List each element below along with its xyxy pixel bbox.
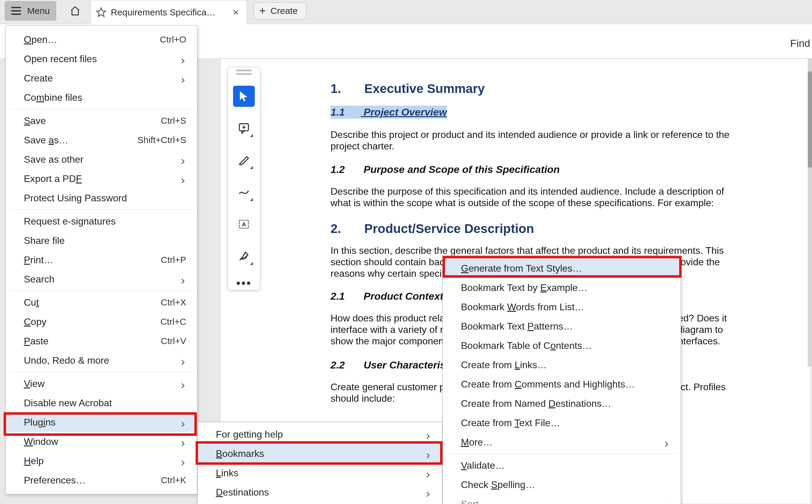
close-tab-button[interactable]: ×: [230, 6, 242, 18]
text-box-icon: A: [238, 218, 250, 230]
heading-1-2: 1.2 Purpose and Scope of this Specificat…: [331, 164, 560, 175]
chevron-right-icon: [180, 438, 186, 445]
add-text-tool[interactable]: A: [233, 214, 255, 235]
sign-tool[interactable]: [233, 246, 255, 267]
bm-by-example[interactable]: Bookmark Text by Example…: [443, 278, 681, 297]
menu-share[interactable]: Share file: [6, 231, 197, 250]
home-button[interactable]: [63, 1, 87, 21]
find-label[interactable]: Find: [790, 37, 810, 49]
menu-open[interactable]: Open… Ctrl+O: [6, 30, 197, 49]
tab-title: Requirements Specifica…: [111, 7, 230, 18]
menu-button[interactable]: Menu: [5, 1, 56, 21]
menu-protect[interactable]: Protect Using Password: [6, 188, 197, 208]
menu-create[interactable]: Create: [6, 69, 197, 88]
svg-marker-0: [97, 8, 106, 17]
menu-esign[interactable]: Request e-signatures: [6, 212, 197, 231]
chevron-right-icon: [180, 419, 186, 426]
close-icon: ×: [233, 6, 239, 18]
main-menu: Open… Ctrl+O Open recent files Create Co…: [5, 25, 197, 494]
bm-spelling[interactable]: Check Spelling…: [443, 475, 681, 494]
bm-words-list[interactable]: Bookmark Words from List…: [443, 297, 681, 317]
menu-copy[interactable]: Copy Ctrl+C: [6, 312, 197, 331]
menu-print[interactable]: Print… Ctrl+P: [6, 250, 197, 270]
menu-plugins[interactable]: Plugins: [6, 413, 197, 432]
chevron-right-icon: [180, 276, 186, 282]
chevron-right-icon: [425, 489, 431, 496]
bm-text-patterns[interactable]: Bookmark Text Patterns…: [443, 317, 681, 336]
menu-window[interactable]: Window: [6, 432, 197, 451]
plugins-destinations[interactable]: Destinations: [198, 483, 442, 502]
bm-validate[interactable]: Validate…: [443, 456, 681, 475]
vertical-scrollbar[interactable]: [808, 59, 812, 366]
chevron-right-icon: [180, 175, 186, 182]
menu-disable-new[interactable]: Disable new Acrobat: [6, 393, 197, 413]
svg-marker-1: [240, 91, 248, 101]
menu-search[interactable]: Search: [6, 270, 197, 289]
menu-save[interactable]: Save Ctrl+S: [6, 111, 197, 130]
menu-paste[interactable]: Paste Ctrl+V: [6, 331, 197, 351]
more-tools-button[interactable]: •••: [236, 276, 251, 290]
chevron-right-icon: [425, 431, 431, 438]
menu-button-label: Menu: [27, 6, 50, 16]
create-tab-button[interactable]: + Create: [254, 2, 306, 19]
titlebar: Menu Requirements Specifica… × + Create: [0, 0, 812, 24]
paragraph: Describe the purpose of this specificati…: [331, 186, 735, 209]
chevron-right-icon: [180, 380, 186, 387]
menu-save-as[interactable]: Save as… Shift+Ctrl+S: [6, 130, 197, 150]
menu-view[interactable]: View: [6, 374, 197, 393]
document-tab[interactable]: Requirements Specifica… ×: [91, 0, 247, 24]
chevron-right-icon: [425, 450, 431, 457]
chevron-right-icon: [180, 75, 186, 81]
scrollbar-thumb[interactable]: [808, 71, 812, 168]
bm-toc[interactable]: Bookmark Table of Contents…: [443, 336, 681, 355]
menu-help[interactable]: Help: [6, 451, 197, 471]
chevron-right-icon: [663, 439, 670, 445]
bm-more[interactable]: More…: [443, 432, 681, 452]
home-icon: [70, 5, 81, 16]
comment-add-icon: [238, 122, 250, 134]
chevron-right-icon: [180, 357, 186, 364]
heading-1: 1. Executive Summary: [331, 81, 485, 96]
select-tool[interactable]: [233, 86, 255, 107]
marker-icon: [238, 154, 250, 166]
plugins-submenu: For getting help Bookmarks Links Destina…: [197, 422, 443, 504]
chevron-right-icon: [180, 156, 186, 163]
menu-save-other[interactable]: Save as other: [6, 150, 197, 169]
hamburger-icon: [11, 7, 21, 15]
heading-2: 2. Product/Service Description: [331, 222, 534, 236]
menu-preferences[interactable]: Preferences… Ctrl+K: [6, 471, 197, 490]
add-comment-tool[interactable]: [233, 118, 255, 139]
bm-from-links[interactable]: Create from Links…: [443, 355, 681, 375]
plugins-help[interactable]: For getting help: [198, 425, 442, 444]
bm-generate[interactable]: Generate from Text Styles…: [443, 259, 681, 278]
paragraph: Describe this project or product and its…: [331, 129, 735, 152]
chevron-right-icon: [180, 458, 186, 464]
chevron-right-icon: [180, 56, 186, 62]
highlight-tool[interactable]: [233, 150, 255, 171]
draw-tool[interactable]: [233, 182, 255, 203]
bm-from-textfile[interactable]: Create from Text File…: [443, 413, 681, 432]
chevron-right-icon: [425, 470, 431, 476]
create-label: Create: [270, 6, 298, 16]
menu-open-recent[interactable]: Open recent files: [6, 49, 197, 69]
plugins-bookmarks[interactable]: Bookmarks: [198, 444, 442, 463]
heading-1-1-selected[interactable]: 1.1 Project Overview: [331, 106, 447, 119]
menu-cut[interactable]: Cut Ctrl+X: [6, 293, 197, 312]
cursor-icon: [238, 90, 250, 102]
menu-undo[interactable]: Undo, Redo & more: [6, 351, 197, 370]
svg-text:A: A: [242, 221, 246, 228]
menu-combine[interactable]: Combine files: [6, 88, 197, 107]
plugins-links[interactable]: Links: [198, 463, 442, 483]
chevron-right-icon: [663, 501, 670, 504]
heading-2-1: 2.1 Product Context: [331, 290, 443, 302]
menu-export-pdf[interactable]: Export a PDF: [6, 169, 197, 188]
quick-tools-panel[interactable]: A •••: [228, 67, 260, 290]
bm-from-named[interactable]: Create from Named Destinations…: [443, 394, 681, 413]
freehand-icon: [238, 186, 250, 198]
bm-sort[interactable]: Sort: [443, 494, 681, 504]
plus-icon: +: [259, 5, 266, 16]
panel-drag-handle[interactable]: [236, 70, 252, 75]
bookmarks-submenu: Generate from Text Styles… Bookmark Text…: [443, 255, 681, 504]
star-icon: [96, 7, 107, 18]
bm-from-comments[interactable]: Create from Comments and Highlights…: [443, 375, 681, 394]
